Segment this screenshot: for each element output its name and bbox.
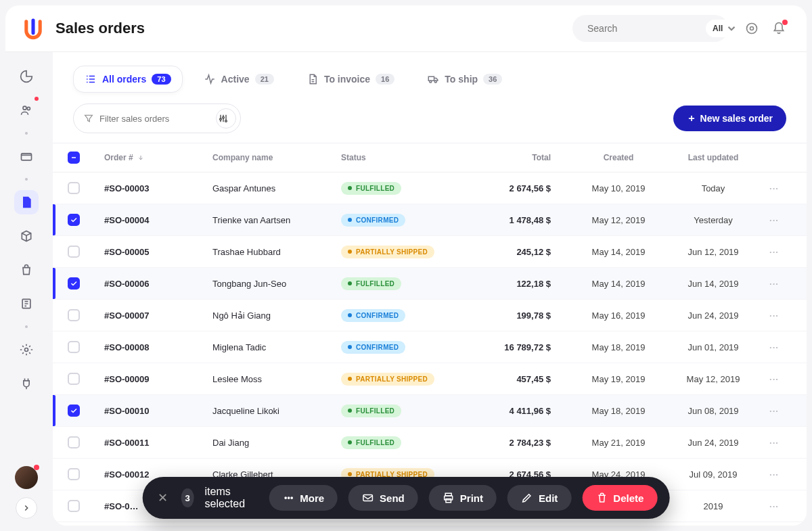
print-button[interactable]: Print (429, 485, 497, 511)
updated: Jun 24, 2019 (666, 310, 761, 321)
svg-rect-5 (22, 154, 32, 160)
nav-dashboard[interactable] (14, 64, 39, 89)
filter-input[interactable] (99, 114, 213, 124)
col-created[interactable]: Created (571, 153, 666, 162)
row-menu[interactable]: ··· (761, 406, 788, 416)
table-row[interactable]: #SO-00010 Jacqueline Likoki FULFILLED 4 … (53, 395, 807, 427)
row-checkbox[interactable] (68, 309, 80, 321)
nav-sales-orders[interactable] (14, 190, 39, 214)
status-cell: PARTIALLY SHIPPED (341, 246, 476, 258)
status-cell: FULFILLED (341, 182, 476, 195)
row-menu[interactable]: ··· (761, 374, 788, 384)
row-menu[interactable]: ··· (761, 310, 788, 321)
help-icon[interactable] (740, 17, 763, 40)
created: May 12, 2019 (571, 215, 666, 225)
status-badge: CONFIRMED (341, 214, 405, 227)
updated: Jun 24, 2019 (666, 438, 761, 448)
col-company[interactable]: Company name (212, 153, 341, 162)
tab-to-ship[interactable]: To ship36 (415, 66, 514, 93)
nav-wallet[interactable] (14, 144, 39, 168)
nav-settings[interactable] (14, 338, 39, 362)
table-row[interactable]: #SO-00008 Miglena Tadic CONFIRMED 16 789… (53, 331, 807, 363)
sliders-icon (218, 113, 229, 124)
svg-point-15 (291, 497, 292, 499)
row-checkbox[interactable] (68, 468, 80, 480)
filter-box[interactable] (73, 103, 241, 133)
nav-shopping[interactable] (14, 258, 39, 282)
row-menu[interactable]: ··· (761, 279, 788, 289)
row-menu[interactable]: ··· (761, 342, 788, 352)
sidebar (0, 52, 53, 531)
company-name: Jacqueline Likoki (212, 406, 341, 416)
created: May 16, 2019 (571, 310, 666, 321)
table-row[interactable]: #SO-00003 Gaspar Antunes FULFILLED 2 674… (53, 172, 807, 204)
nav-reports[interactable] (14, 292, 39, 316)
status-cell: CONFIRMED (341, 309, 476, 322)
row-checkbox[interactable] (68, 214, 80, 226)
col-total[interactable]: Total (476, 153, 571, 162)
tab-to-invoice[interactable]: To invoice16 (295, 66, 406, 93)
status-cell: CONFIRMED (341, 341, 476, 354)
notifications-icon[interactable] (767, 17, 790, 40)
svg-point-12 (225, 120, 227, 122)
company-name: Tongbang Jun-Seo (212, 279, 341, 289)
created: May 14, 2019 (571, 247, 666, 257)
truck-icon (427, 73, 439, 85)
col-updated[interactable]: Last updated (666, 153, 761, 162)
row-menu[interactable]: ··· (761, 215, 788, 225)
row-checkbox[interactable] (68, 436, 80, 448)
more-button[interactable]: More (269, 485, 338, 511)
row-menu[interactable]: ··· (761, 247, 788, 257)
col-status[interactable]: Status (341, 153, 476, 162)
nav-inventory[interactable] (14, 224, 39, 248)
row-checkbox[interactable] (68, 277, 80, 290)
tab-active[interactable]: Active21 (192, 66, 286, 93)
nav-separator (25, 325, 28, 328)
select-all-checkbox[interactable] (68, 152, 80, 164)
notification-dot (782, 20, 788, 25)
created: May 18, 2019 (571, 406, 666, 416)
row-checkbox[interactable] (68, 500, 80, 512)
row-checkbox[interactable] (68, 405, 80, 417)
table-row[interactable]: #SO-00004 Trienke van Aartsen CONFIRMED … (53, 204, 807, 236)
row-menu[interactable]: ··· (761, 501, 788, 511)
total: 1 478,48 $ (476, 215, 571, 225)
status-badge: FULFILLED (341, 405, 401, 417)
sidebar-collapse-button[interactable] (16, 497, 37, 519)
user-avatar[interactable] (15, 466, 38, 489)
row-menu[interactable]: ··· (761, 469, 788, 480)
filter-icon (83, 113, 94, 124)
delete-button[interactable]: Delete (582, 485, 657, 511)
table-row[interactable]: #SO-00006 Tongbang Jun-Seo FULFILLED 122… (53, 268, 807, 300)
main-content: All orders73Active21To invoice16To ship3… (53, 52, 807, 526)
nav-integrations[interactable] (14, 371, 39, 396)
tab-count: 21 (255, 74, 274, 85)
status-badge: FULFILLED (341, 436, 401, 449)
table-row[interactable]: #SO-00011 Dai Jiang FULFILLED 2 784,23 $… (53, 427, 807, 459)
status-cell: CONFIRMED (341, 214, 476, 227)
new-sales-order-button[interactable]: New sales order (673, 106, 786, 131)
nav-contacts[interactable] (14, 98, 39, 122)
updated: May 12, 2019 (666, 374, 761, 384)
filter-settings-button[interactable] (216, 108, 236, 129)
edit-button[interactable]: Edit (508, 485, 571, 511)
row-menu[interactable]: ··· (761, 183, 788, 193)
row-checkbox[interactable] (68, 373, 80, 385)
selection-text: items selected (204, 486, 251, 510)
company-name: Trashae Hubbard (212, 247, 341, 257)
table-row[interactable]: #SO-00005 Trashae Hubbard PARTIALLY SHIP… (53, 236, 807, 268)
row-checkbox[interactable] (68, 182, 80, 194)
actionbar-close[interactable]: ✕ (155, 490, 171, 505)
col-order[interactable]: Order # (104, 153, 212, 162)
search-box[interactable]: All (572, 15, 728, 42)
table-row[interactable]: #SO-00009 Leslee Moss PARTIALLY SHIPPED … (53, 363, 807, 395)
send-button[interactable]: Send (348, 485, 418, 511)
tab-all-orders[interactable]: All orders73 (73, 66, 183, 93)
table-row[interactable]: #SO-00007 Ngô Hải Giang CONFIRMED 199,78… (53, 300, 807, 331)
search-input[interactable] (587, 23, 706, 34)
row-checkbox[interactable] (68, 341, 80, 353)
status-badge: FULFILLED (341, 277, 401, 290)
row-menu[interactable]: ··· (761, 438, 788, 448)
svg-point-8 (430, 80, 432, 83)
row-checkbox[interactable] (68, 246, 80, 258)
